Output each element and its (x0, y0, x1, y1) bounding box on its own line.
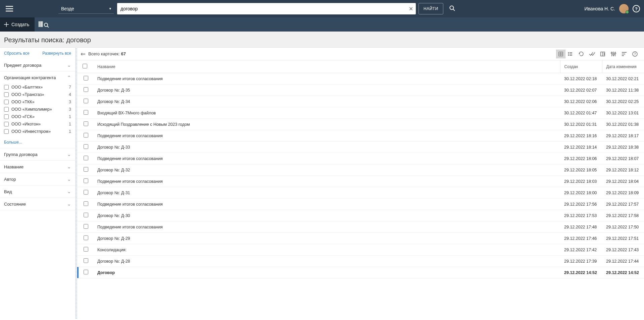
row-created: 29.12.2022 18:14 (560, 142, 602, 153)
row-created: 29.12.2022 17:48 (560, 221, 602, 233)
table-row[interactable]: Подведение итогов согласования 30.12.202… (77, 73, 644, 85)
filter-org-body: ООО «Балттех»7ООО «Трансгаз»4ООО «ТКК»3О… (0, 84, 75, 139)
back-arrow-icon[interactable]: ⇐ (81, 50, 86, 58)
help-button[interactable]: ? (633, 5, 640, 12)
create-button[interactable]: Создать (0, 17, 35, 32)
row-created: 29.12.2022 18:05 (560, 164, 602, 176)
filter-checkbox[interactable] (4, 114, 9, 119)
row-checkbox[interactable] (84, 156, 88, 160)
filter-org-item[interactable]: ООО «Икотон»1 (4, 120, 71, 128)
view-grid-button[interactable] (556, 50, 565, 58)
row-checkbox[interactable] (84, 110, 88, 115)
table-row[interactable]: Договор №: Д-33 29.12.2022 18:14 29.12.2… (77, 142, 644, 153)
sort-icon[interactable] (621, 50, 628, 58)
filter-item-count: 1 (69, 114, 71, 119)
filter-org-item[interactable]: ООО «ГСК»1 (4, 113, 71, 120)
filter-org-item[interactable]: ООО «Балттех»7 (4, 84, 71, 91)
row-checkbox[interactable] (84, 121, 88, 126)
filter-checkbox[interactable] (4, 85, 9, 90)
search-input[interactable] (117, 3, 416, 14)
table-row[interactable]: Подведение итогов согласования 29.12.202… (77, 130, 644, 142)
table-row[interactable]: Договор №: Д-28 29.12.2022 17:39 29.12.2… (77, 256, 644, 267)
chevron-down-icon: ⌄ (67, 152, 71, 157)
reset-all-link[interactable]: Сбросить все (4, 51, 30, 56)
row-checkbox[interactable] (84, 99, 88, 103)
filter-org-header[interactable]: Организация контрагента ⌃ (0, 71, 75, 84)
row-checkbox[interactable] (84, 178, 88, 183)
table-row[interactable]: Входящий ВХ-7Много файлов 30.12.2022 01:… (77, 107, 644, 119)
row-checkbox[interactable] (84, 258, 88, 263)
barcode-search-icon[interactable] (39, 21, 49, 29)
row-checkbox[interactable] (84, 201, 88, 206)
view-list-button[interactable] (565, 50, 575, 58)
row-checkbox[interactable] (84, 235, 88, 240)
table-row[interactable]: Подведение итогов согласования 29.12.202… (77, 199, 644, 210)
filter-checkbox[interactable] (4, 107, 9, 112)
filter-org-item[interactable]: ООО «ТКК»3 (4, 98, 71, 106)
table-row[interactable]: Подведение итогов согласования 29.12.202… (77, 221, 644, 233)
filter-state-header[interactable]: Состояние ⌄ (0, 198, 75, 210)
expand-all-link[interactable]: Развернуть все (42, 51, 71, 56)
row-created: 29.12.2022 17:53 (560, 210, 602, 221)
refresh-icon[interactable] (578, 50, 585, 58)
row-created: 29.12.2022 18:00 (560, 187, 602, 199)
filter-org-item[interactable]: ООО «Химполимер»3 (4, 106, 71, 113)
table-row[interactable]: Договор №: Д-31 29.12.2022 18:00 29.12.2… (77, 187, 644, 199)
filter-checkbox[interactable] (4, 129, 9, 134)
row-checkbox[interactable] (84, 213, 88, 217)
row-checkbox[interactable] (84, 87, 88, 92)
filter-kind-header[interactable]: Вид ⌄ (0, 185, 75, 198)
table-row[interactable]: Договор №: Д-34 30.12.2022 02:06 30.12.2… (77, 96, 644, 107)
find-button[interactable]: НАЙТИ (418, 3, 443, 14)
filter-checkbox[interactable] (4, 122, 9, 126)
filter-group-header[interactable]: Группа договора ⌄ (0, 148, 75, 160)
svg-point-29 (614, 53, 616, 54)
alt-search-icon[interactable] (449, 5, 455, 12)
header-name[interactable]: Название (93, 60, 560, 73)
table-row[interactable]: Исходящий Поздравление с Новым 2023 годо… (77, 119, 644, 130)
row-name: Исходящий Поздравление с Новым 2023 годо… (93, 119, 560, 130)
row-checkbox[interactable] (84, 270, 88, 274)
user-name[interactable]: Иванова Н. С. (585, 6, 615, 11)
header-modified[interactable]: Дата изменения (602, 60, 644, 73)
row-name: Подведение итогов согласования (93, 153, 560, 164)
table-row[interactable]: Договор №: Д-29 29.12.2022 17:46 29.12.2… (77, 233, 644, 244)
filter-name-header[interactable]: Название ⌄ (0, 161, 75, 173)
filter-subject-header[interactable]: Предмет договора ⌄ (0, 59, 75, 71)
row-checkbox[interactable] (84, 144, 88, 149)
help-icon[interactable]: ? (631, 50, 639, 58)
table-row[interactable]: Подведение итогов согласования 29.12.202… (77, 153, 644, 164)
row-checkbox[interactable] (84, 76, 88, 81)
filter-org-item[interactable]: ООО «Инвестпром»1 (4, 128, 71, 135)
row-checkbox[interactable] (84, 247, 88, 252)
table-row[interactable]: Договор №: Д-35 30.12.2022 02:07 30.12.2… (77, 85, 644, 96)
row-checkbox[interactable] (84, 224, 88, 229)
results-table: Название Создан Дата изменения Подведени… (77, 60, 644, 278)
filter-item-label: ООО «Балттех» (11, 85, 69, 90)
header-created[interactable]: Создан (560, 60, 602, 73)
clear-search-icon[interactable]: ✕ (409, 6, 413, 12)
row-checkbox[interactable] (84, 190, 88, 195)
row-created: 29.12.2022 17:39 (560, 256, 602, 267)
check-all-icon[interactable] (588, 50, 596, 58)
hamburger-menu-button[interactable] (4, 3, 15, 14)
export-icon[interactable] (599, 50, 606, 58)
filter-author-header[interactable]: Автор ⌄ (0, 173, 75, 185)
row-checkbox[interactable] (84, 167, 88, 172)
select-all-checkbox[interactable] (83, 64, 87, 68)
filter-checkbox[interactable] (4, 100, 9, 104)
table-row[interactable]: Подведение итогов согласования 29.12.202… (77, 176, 644, 187)
table-row[interactable]: Консолидация: 29.12.2022 17:42 29.12.202… (77, 244, 644, 256)
scope-select[interactable]: Везде (58, 4, 114, 14)
row-name: Договор №: Д-29 (93, 233, 560, 244)
row-checkbox[interactable] (84, 133, 88, 138)
avatar[interactable] (619, 4, 629, 13)
table-row[interactable]: Договор 29.12.2022 14:52 29.12.2022 14:5… (77, 267, 644, 278)
table-row[interactable]: Договор №: Д-32 29.12.2022 18:05 29.12.2… (77, 164, 644, 176)
filter-org-item[interactable]: ООО «Трансгаз»4 (4, 91, 71, 98)
more-link[interactable]: Больше... (0, 139, 75, 148)
filter-checkbox[interactable] (4, 92, 9, 97)
results-table-wrap[interactable]: Название Создан Дата изменения Подведени… (77, 60, 644, 319)
settings-icon[interactable] (610, 50, 617, 58)
table-row[interactable]: Договор №: Д-30 29.12.2022 17:53 29.12.2… (77, 210, 644, 221)
